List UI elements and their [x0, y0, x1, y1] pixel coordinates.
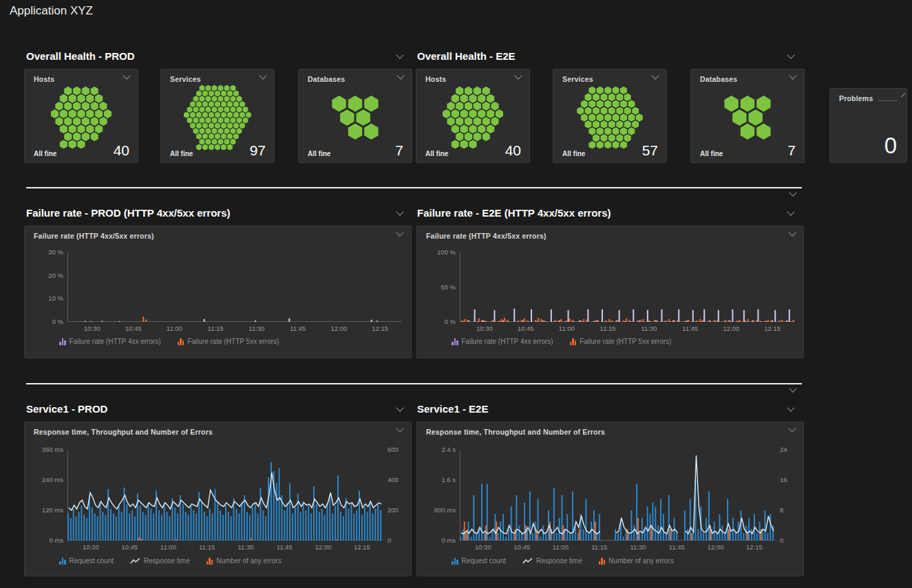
x-axis-label: 11:15	[202, 325, 229, 332]
legend-item[interactable]: Failure rate (HTTP 5xx errors)	[178, 338, 279, 345]
chart-legend: Failure rate (HTTP 4xx errors) Failure r…	[59, 338, 279, 345]
x-axis-label: 11:00	[547, 544, 574, 551]
x-axis-label: 11:45	[271, 544, 298, 551]
problems-tile[interactable]: Problems 0	[829, 88, 907, 163]
x-axis-label: 11:00	[160, 325, 188, 332]
problems-count: 0	[884, 134, 897, 157]
legend-item[interactable]: Failure rate (HTTP 5xx errors)	[570, 338, 672, 345]
legend-label: Request count	[70, 557, 114, 565]
tile-title: Databases	[308, 75, 345, 83]
y-axis-label: 10 %	[28, 295, 63, 302]
y-axis-label: 50 %	[420, 284, 456, 291]
health-tile-services-prod[interactable]: Services All fine97	[160, 69, 275, 163]
legend-label: Response time	[144, 557, 190, 565]
chevron-down-icon[interactable]	[396, 208, 403, 215]
x-axis-label: 10:45	[508, 544, 535, 551]
y-axis-label: 240 ms	[28, 477, 63, 483]
x-axis-label: 12:00	[717, 325, 745, 332]
legend-label: Failure rate (HTTP 5xx errors)	[187, 338, 279, 345]
status-text: All fine	[170, 150, 193, 157]
legend-item[interactable]: Failure rate (HTTP 4xx errors)	[452, 338, 553, 345]
section-divider	[26, 383, 802, 384]
chart-tile-failure-e2e[interactable]: Failure rate (HTTP 4xx/5xx errors) 100 %…	[416, 226, 804, 358]
chevron-down-icon[interactable]	[789, 384, 796, 392]
entity-count: 7	[787, 143, 796, 157]
chevron-down-icon[interactable]	[789, 72, 796, 79]
x-axis-label: 12:15	[759, 325, 786, 332]
legend-item[interactable]: Number of any errors	[599, 557, 674, 565]
status-text: All fine	[308, 150, 330, 157]
legend-item[interactable]: Request count	[452, 557, 506, 565]
chevron-down-icon[interactable]	[123, 72, 130, 79]
entity-count: 57	[642, 143, 658, 157]
tile-title: Hosts	[425, 75, 446, 83]
chevron-down-icon[interactable]	[396, 51, 403, 58]
chevron-down-icon[interactable]	[259, 72, 266, 79]
chart-legend: Failure rate (HTTP 4xx errors) Failure r…	[452, 338, 671, 345]
x-axis-label: 12:15	[348, 544, 376, 551]
y-axis-label: 600	[388, 446, 410, 453]
x-axis-label: 10:30	[78, 325, 106, 332]
page-title: Application XYZ	[10, 4, 93, 18]
honeycomb-chart	[299, 83, 412, 151]
bar-chart-icon	[570, 338, 577, 345]
y-axis-label: 400	[388, 477, 410, 483]
health-tile-databases-prod[interactable]: Databases All fine7	[298, 69, 412, 163]
legend-item[interactable]: Failure rate (HTTP 4xx errors)	[59, 338, 161, 345]
legend-item[interactable]: Request count	[59, 557, 114, 565]
chart-tile-service-e2e[interactable]: Response time, Throughput and Number of …	[416, 422, 804, 576]
chevron-down-icon[interactable]	[902, 93, 906, 97]
x-axis-label: 11:30	[635, 325, 663, 332]
status-text: All fine	[34, 150, 56, 157]
filter-dash	[878, 100, 898, 101]
x-axis-label: 11:00	[154, 544, 182, 551]
chevron-down-icon[interactable]	[787, 404, 794, 411]
honeycomb-chart	[25, 83, 138, 151]
entity-count: 40	[114, 143, 129, 157]
y-axis-label: 0 ms	[420, 537, 456, 544]
service-chart-e2e: 2.4 s1.6 s800 ms0 ms24168010:3010:4511:0…	[417, 422, 803, 576]
x-axis-label: 10:30	[469, 544, 497, 551]
health-tile-databases-e2e[interactable]: Databases All fine7	[690, 69, 805, 163]
chevron-down-icon[interactable]	[787, 208, 794, 215]
legend-item[interactable]: Number of any errors	[206, 557, 282, 565]
legend-item[interactable]: Response time	[522, 557, 582, 565]
chevron-down-icon[interactable]	[651, 72, 659, 79]
bar-chart-icon	[452, 338, 458, 345]
x-axis-label: 11:45	[284, 325, 312, 332]
health-tile-hosts-e2e[interactable]: Hosts All fine40	[416, 69, 530, 163]
section-title: Failure rate - E2E (HTTP 4xx/5xx errors)	[417, 207, 611, 219]
health-tile-hosts-prod[interactable]: Hosts All fine40	[24, 69, 138, 163]
legend-item[interactable]: Response time	[130, 557, 190, 565]
health-tile-services-e2e[interactable]: Services All fine57	[553, 69, 667, 163]
tile-title: Problems	[839, 94, 873, 102]
x-axis-label: 12:00	[310, 544, 337, 551]
chevron-down-icon[interactable]	[396, 404, 403, 411]
line-chart-icon	[130, 558, 140, 565]
chevron-down-icon[interactable]	[789, 188, 796, 196]
legend-label: Failure rate (HTTP 4xx errors)	[70, 338, 161, 345]
status-text: All fine	[425, 150, 448, 157]
x-axis-label: 11:00	[553, 325, 580, 332]
honeycomb-chart	[416, 83, 529, 151]
x-axis-label: 10:45	[512, 325, 540, 332]
legend-label: Response time	[536, 557, 582, 565]
section-title: Service1 - PROD	[26, 403, 107, 415]
y-axis-label: 0 %	[28, 318, 63, 325]
legend-label: Failure rate (HTTP 5xx errors)	[580, 338, 671, 345]
chevron-down-icon[interactable]	[396, 72, 404, 79]
y-axis-label: 0 %	[420, 318, 456, 325]
honeycomb-chart	[553, 83, 666, 151]
honeycomb-chart	[161, 83, 274, 151]
chevron-down-icon[interactable]	[514, 72, 522, 79]
x-axis-label: 10:30	[471, 325, 498, 332]
chart-tile-failure-prod[interactable]: Failure rate (HTTP 4xx/5xx errors) 30 %2…	[24, 226, 412, 358]
y-axis-label: 0 ms	[28, 537, 63, 544]
legend-label: Failure rate (HTTP 4xx errors)	[462, 338, 553, 345]
chart-tile-service-prod[interactable]: Response time, Throughput and Number of …	[24, 422, 412, 576]
section-header-failure-prod: Failure rate - PROD (HTTP 4xx/5xx errors…	[26, 206, 403, 219]
y-axis-label: 30 %	[28, 249, 63, 256]
x-axis-label: 11:30	[232, 544, 259, 551]
y-axis-label: 2.4 s	[420, 446, 456, 453]
chevron-down-icon[interactable]	[787, 51, 794, 58]
